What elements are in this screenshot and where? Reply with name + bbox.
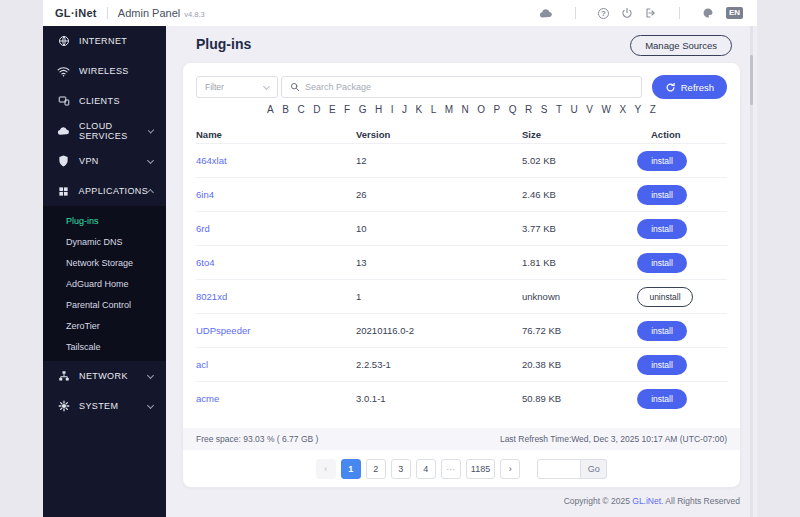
manage-sources-button[interactable]: Manage Sources <box>630 35 732 56</box>
letter-filter[interactable]: P <box>494 104 501 115</box>
sidebar-item-clients[interactable]: CLIENTS <box>43 86 166 116</box>
sidebar-item-internet[interactable]: INTERNET <box>43 26 166 56</box>
letter-filter[interactable]: O <box>477 104 485 115</box>
letter-filter[interactable]: R <box>525 104 532 115</box>
page-button-4[interactable]: 4 <box>416 459 436 479</box>
language-badge[interactable]: EN <box>726 7 743 19</box>
submenu-item-network-storage[interactable]: Network Storage <box>43 252 166 273</box>
page-button-2[interactable]: 2 <box>366 459 386 479</box>
submenu-item-plug-ins[interactable]: Plug-ins <box>43 210 166 231</box>
submenu-item-dynamic-dns[interactable]: Dynamic DNS <box>43 231 166 252</box>
install-button[interactable]: install <box>637 219 687 239</box>
letter-filter[interactable]: A <box>267 104 274 115</box>
install-button[interactable]: install <box>637 151 687 171</box>
letter-filter[interactable]: U <box>571 104 578 115</box>
sidebar-item-applications[interactable]: APPLICATIONS <box>43 176 166 206</box>
go-button[interactable]: Go <box>581 459 607 479</box>
refresh-icon <box>665 82 676 93</box>
letter-filter[interactable]: Z <box>650 104 656 115</box>
table-row: 8021xd 1 unknown uninstall <box>196 279 727 313</box>
letter-filter[interactable]: S <box>541 104 548 115</box>
go-to-page-group: Go <box>537 459 607 479</box>
status-bar: Free space: 93.03 % ( 6.77 GB ) Last Ref… <box>183 428 740 450</box>
submenu-item-zerotier[interactable]: ZeroTier <box>43 315 166 336</box>
scrollbar[interactable] <box>750 26 753 517</box>
letter-filter[interactable]: W <box>601 104 610 115</box>
divider <box>679 7 680 19</box>
next-page-button[interactable]: › <box>500 459 520 479</box>
letter-filter[interactable]: T <box>556 104 562 115</box>
sidebar-item-cloud-services[interactable]: CLOUD SERVICES <box>43 116 166 146</box>
table-row: acme 3.0.1-1 50.89 KB install <box>196 381 727 415</box>
scrollbar-thumb[interactable] <box>750 55 753 105</box>
page-number-input[interactable] <box>537 459 581 479</box>
logout-icon[interactable] <box>645 7 657 19</box>
page-button-1185[interactable]: 1185 <box>466 459 495 479</box>
app-version: v4.8.3 <box>184 10 204 19</box>
letter-filter[interactable]: X <box>619 104 626 115</box>
letter-filter[interactable]: M <box>445 104 453 115</box>
chevron-down-icon <box>263 82 270 89</box>
submenu-item-parental-control[interactable]: Parental Control <box>43 294 166 315</box>
letter-filter[interactable]: Y <box>635 104 642 115</box>
power-icon[interactable] <box>621 7 633 19</box>
pkg-name-link[interactable]: acme <box>196 393 356 404</box>
help-icon[interactable]: ? <box>598 8 609 19</box>
install-button[interactable]: install <box>637 185 687 205</box>
pkg-name-link[interactable]: UDPspeeder <box>196 325 356 336</box>
pkg-name-link[interactable]: 6to4 <box>196 257 356 268</box>
sidebar-item-wireless[interactable]: WIRELESS <box>43 56 166 86</box>
content-area: Plug-ins Manage Sources Filter Refresh <box>166 26 757 517</box>
letter-filter[interactable]: E <box>329 104 336 115</box>
page-button-3[interactable]: 3 <box>391 459 411 479</box>
install-button[interactable]: install <box>637 253 687 273</box>
search-box <box>281 76 642 98</box>
pkg-version: 12 <box>356 155 522 166</box>
table-row: UDPspeeder 20210116.0-2 76.72 KB install <box>196 313 727 347</box>
page-button-1[interactable]: 1 <box>341 459 361 479</box>
last-refresh-text: Last Refresh Time:Wed, Dec 3, 2025 10:17… <box>500 434 727 444</box>
theme-palette-icon[interactable] <box>702 7 714 19</box>
alphabet-filter: A B C D E F G H I J K L M N O P Q R S T … <box>183 104 740 115</box>
submenu-item-adguard-home[interactable]: AdGuard Home <box>43 273 166 294</box>
pkg-name-link[interactable]: 8021xd <box>196 291 356 302</box>
letter-filter[interactable]: C <box>297 104 304 115</box>
pkg-version: 26 <box>356 189 522 200</box>
pkg-name-link[interactable]: acl <box>196 359 356 370</box>
letter-filter[interactable]: J <box>402 104 407 115</box>
letter-filter[interactable]: H <box>375 104 382 115</box>
pkg-name-link[interactable]: 6in4 <box>196 189 356 200</box>
letter-filter[interactable]: Q <box>509 104 517 115</box>
submenu-item-tailscale[interactable]: Tailscale <box>43 336 166 357</box>
pkg-size: 1.81 KB <box>522 257 637 268</box>
chevron-down-icon <box>147 401 154 408</box>
filter-select[interactable]: Filter <box>196 76 278 98</box>
letter-filter[interactable]: N <box>462 104 469 115</box>
letter-filter[interactable]: B <box>282 104 289 115</box>
cloud-icon[interactable] <box>539 8 553 19</box>
page-ellipsis[interactable]: ··· <box>441 459 461 479</box>
letter-filter[interactable]: D <box>313 104 320 115</box>
refresh-button[interactable]: Refresh <box>652 75 727 99</box>
app-title: Admin Panel <box>118 7 180 19</box>
sidebar-item-vpn[interactable]: VPN <box>43 146 166 176</box>
copyright-brand-link[interactable]: GL.iNet. <box>632 496 663 506</box>
pkg-name-link[interactable]: 6rd <box>196 223 356 234</box>
letter-filter[interactable]: K <box>416 104 423 115</box>
pkg-size: 76.72 KB <box>522 325 637 336</box>
letter-filter[interactable]: L <box>431 104 437 115</box>
install-button[interactable]: install <box>637 355 687 375</box>
prev-page-button[interactable]: ‹ <box>316 459 336 479</box>
install-button[interactable]: install <box>637 389 687 409</box>
letter-filter[interactable]: F <box>344 104 350 115</box>
install-button[interactable]: install <box>637 321 687 341</box>
letter-filter[interactable]: G <box>359 104 367 115</box>
pkg-size: unknown <box>522 291 637 302</box>
letter-filter[interactable]: I <box>391 104 394 115</box>
sidebar-item-system[interactable]: SYSTEM <box>43 391 166 421</box>
letter-filter[interactable]: V <box>586 104 593 115</box>
search-input[interactable] <box>305 82 633 92</box>
sidebar-item-network[interactable]: NETWORK <box>43 361 166 391</box>
pkg-name-link[interactable]: 464xlat <box>196 155 356 166</box>
uninstall-button[interactable]: uninstall <box>637 287 693 307</box>
